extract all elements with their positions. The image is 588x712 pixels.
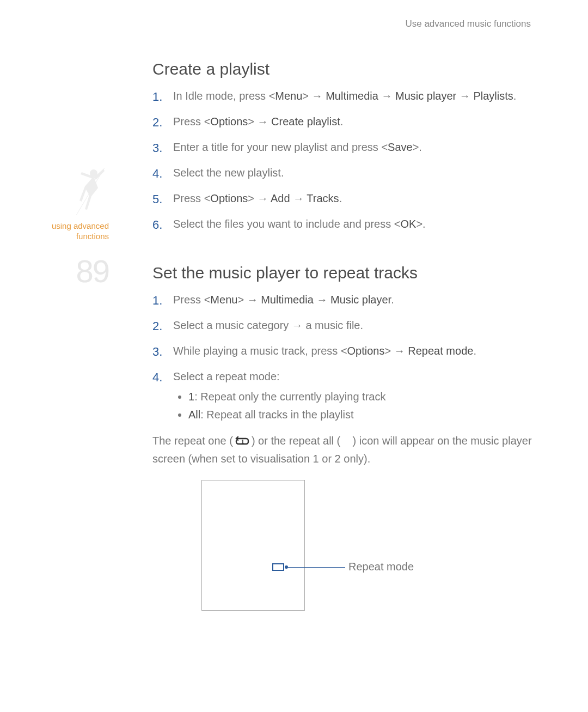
page-number: 89 — [33, 253, 109, 289]
diagram: Repeat mode — [201, 480, 485, 616]
section-title-create-playlist: Create a playlist — [152, 60, 534, 78]
step: Press <Options> → Create playlist. — [152, 114, 534, 130]
sidebar: using advanced functions 89 — [33, 163, 109, 289]
repeat-mode-indicator — [272, 563, 284, 571]
step: While playing a music track, press <Opti… — [152, 343, 534, 359]
callout-line — [285, 567, 345, 568]
climber-icon — [71, 163, 109, 218]
sub-item: 1: Repeat only the currently playing tra… — [188, 389, 534, 405]
steps-create-playlist: In Idle mode, press <Menu> → Multimedia … — [152, 88, 534, 232]
svg-text:1: 1 — [241, 438, 244, 445]
step: Select the new playlist. — [152, 165, 534, 181]
header-breadcrumb: Use advanced music functions — [405, 19, 531, 29]
step: Press <Menu> → Multimedia → Music player… — [152, 292, 534, 308]
sidebar-section-label: using advanced functions — [33, 221, 109, 242]
step: Select the files you want to include and… — [152, 216, 534, 232]
callout-label: Repeat mode — [348, 561, 414, 573]
sub-item: All: Repeat all tracks in the playlist — [188, 407, 534, 423]
steps-repeat-tracks: Press <Menu> → Multimedia → Music player… — [152, 292, 534, 423]
sub-list: 1: Repeat only the currently playing tra… — [173, 389, 534, 423]
step: Press <Options> → Add → Tracks. — [152, 191, 534, 206]
content: Create a playlist In Idle mode, press <M… — [152, 54, 534, 616]
step: Enter a title for your new playlist and … — [152, 139, 534, 155]
section-title-repeat-tracks: Set the music player to repeat tracks — [152, 264, 534, 282]
phone-screen-frame — [201, 480, 305, 611]
step: Select a music category → a music file. — [152, 318, 534, 333]
page: Use advanced music functions using advan… — [0, 0, 588, 712]
note-paragraph: The repeat one (1) or the repeat all ( )… — [152, 433, 534, 467]
step: In Idle mode, press <Menu> → Multimedia … — [152, 88, 534, 104]
step: Select a repeat mode: 1: Repeat only the… — [152, 369, 534, 423]
repeat-one-icon: 1 — [233, 434, 252, 451]
